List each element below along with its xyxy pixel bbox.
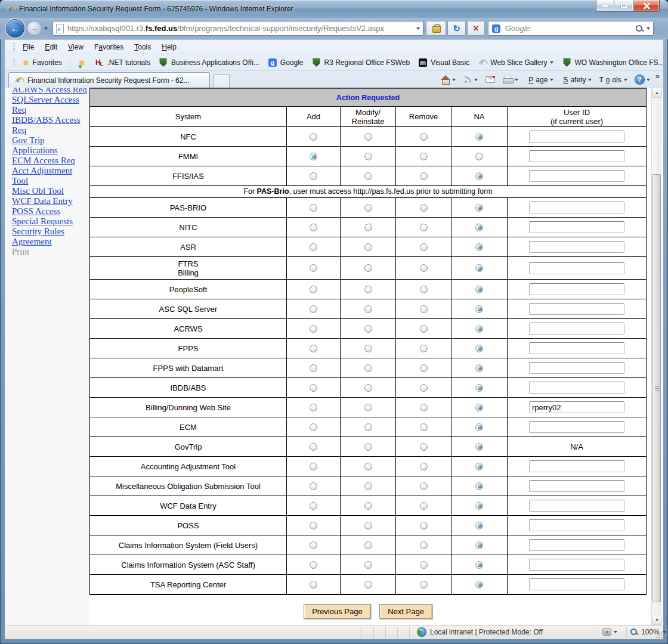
command-overflow-chevron[interactable]: » (655, 72, 660, 80)
sidebar-link-wcf-data-entry[interactable]: WCF Data Entry (12, 196, 89, 206)
radio-modify-reinstate[interactable] (364, 561, 372, 569)
user-id-input[interactable] (529, 202, 624, 213)
radio-add[interactable] (310, 153, 317, 160)
user-id-input[interactable] (529, 559, 624, 571)
radio-add[interactable] (310, 305, 317, 313)
radio-na[interactable] (475, 364, 483, 372)
user-id-input[interactable] (529, 283, 624, 295)
user-id-input[interactable] (529, 421, 624, 433)
radio-na[interactable] (475, 345, 483, 352)
radio-modify-reinstate[interactable] (364, 522, 372, 530)
radio-remove[interactable] (420, 443, 428, 451)
radio-modify-reinstate[interactable] (364, 204, 372, 212)
menu-item-favorites[interactable]: Favorites (89, 41, 129, 53)
radio-na[interactable] (475, 541, 483, 549)
user-id-input[interactable] (529, 342, 624, 354)
next-page-button[interactable]: Next Page (379, 604, 432, 619)
scrollbar-thumb[interactable] (652, 174, 661, 602)
radio-remove[interactable] (420, 581, 428, 589)
radio-na[interactable] (475, 384, 483, 392)
radio-remove[interactable] (420, 522, 428, 530)
radio-na[interactable] (475, 264, 483, 272)
radio-remove[interactable] (420, 153, 428, 160)
radio-modify-reinstate[interactable] (364, 404, 372, 411)
tab-financial-form[interactable]: Financial Information Security Request F… (8, 72, 210, 88)
radio-remove[interactable] (420, 224, 428, 231)
command-tools-button[interactable]: Tools (595, 74, 630, 86)
radio-modify-reinstate[interactable] (364, 463, 372, 470)
user-id-input[interactable] (529, 221, 624, 233)
help-button[interactable]: ? (632, 73, 654, 86)
sidebar-link-sqlserver-access-req[interactable]: SQLServer Access Req (12, 95, 89, 115)
user-id-input[interactable] (529, 170, 624, 182)
radio-modify-reinstate[interactable] (364, 443, 372, 451)
sidebar-link-gov-trip-applications[interactable]: Gov Trip Applications (12, 135, 89, 156)
radio-modify-reinstate[interactable] (364, 541, 372, 549)
read-mail-button[interactable] (482, 75, 499, 85)
radio-na[interactable] (475, 305, 483, 313)
maximize-button[interactable] (614, 0, 633, 12)
radio-add[interactable] (310, 172, 317, 180)
menu-item-view[interactable]: View (63, 41, 89, 53)
home-button[interactable] (437, 74, 459, 86)
sidebar-link-security-rules[interactable]: Security Rules (12, 227, 89, 237)
radio-remove[interactable] (420, 345, 428, 352)
radio-add[interactable] (310, 423, 317, 431)
radio-add[interactable] (310, 364, 317, 372)
favorites-bar-item[interactable]: Web Slice Gallery (474, 56, 558, 69)
user-id-input[interactable] (529, 323, 624, 335)
radio-modify-reinstate[interactable] (364, 153, 372, 160)
radio-add[interactable] (310, 325, 317, 333)
sidebar-link-agreement[interactable]: Agreement (12, 237, 89, 247)
radio-remove[interactable] (420, 172, 428, 180)
radio-add[interactable] (310, 443, 317, 451)
user-id-input[interactable] (529, 401, 624, 413)
radio-na[interactable] (475, 463, 483, 470)
radio-add[interactable] (310, 404, 317, 411)
user-id-input[interactable] (529, 241, 624, 253)
radio-add[interactable] (310, 384, 317, 392)
radio-remove[interactable] (420, 384, 428, 392)
radio-add[interactable] (310, 581, 317, 589)
radio-add[interactable] (310, 243, 317, 251)
radio-modify-reinstate[interactable] (364, 482, 372, 490)
radio-modify-reinstate[interactable] (364, 345, 372, 352)
radio-na[interactable] (475, 502, 483, 510)
radio-na[interactable] (475, 286, 483, 293)
sidebar-link-acct-adjustment-tool[interactable]: Acct Adjustment Tool (12, 166, 89, 186)
sidebar-link-acrws-access-req[interactable]: ACRWS Access Req (12, 88, 89, 95)
search-icon[interactable] (635, 24, 644, 33)
back-button[interactable]: ← (6, 19, 24, 38)
search-input[interactable] (504, 23, 632, 33)
search-box[interactable]: g (488, 21, 654, 36)
radio-na[interactable] (475, 325, 483, 333)
radio-modify-reinstate[interactable] (364, 133, 372, 141)
radio-modify-reinstate[interactable] (364, 243, 372, 251)
radio-na[interactable] (475, 224, 483, 231)
radio-modify-reinstate[interactable] (364, 325, 372, 333)
favorites-bar-item[interactable]: m Visual Basic (414, 56, 474, 69)
radio-add[interactable] (310, 522, 317, 530)
radio-na[interactable] (475, 423, 483, 431)
user-id-input[interactable] (529, 382, 624, 394)
radio-add[interactable] (310, 463, 317, 470)
radio-modify-reinstate[interactable] (364, 423, 372, 431)
radio-modify-reinstate[interactable] (364, 264, 372, 272)
user-id-input[interactable] (529, 460, 624, 472)
menu-item-edit[interactable]: Edit (39, 41, 63, 53)
radio-remove[interactable] (420, 364, 428, 372)
sidebar-link-special-requests[interactable]: Special Requests (12, 216, 89, 227)
radio-na[interactable] (475, 482, 483, 490)
favorites-bar-item[interactable]: R3 Regional Office FSWeb (308, 56, 415, 69)
address-bar[interactable]: https://sxabqsql001.r3.fs.fed.us/bfm/pro… (52, 21, 423, 36)
menu-item-tools[interactable]: Tools (129, 41, 156, 53)
radio-remove[interactable] (420, 482, 428, 490)
user-id-input[interactable] (529, 131, 624, 143)
user-id-input[interactable] (529, 578, 624, 590)
new-tab-button[interactable] (214, 74, 230, 88)
radio-remove[interactable] (420, 561, 428, 569)
radio-na[interactable] (475, 581, 483, 589)
close-button[interactable] (633, 0, 660, 12)
radio-na[interactable] (475, 204, 483, 212)
radio-modify-reinstate[interactable] (364, 305, 372, 313)
